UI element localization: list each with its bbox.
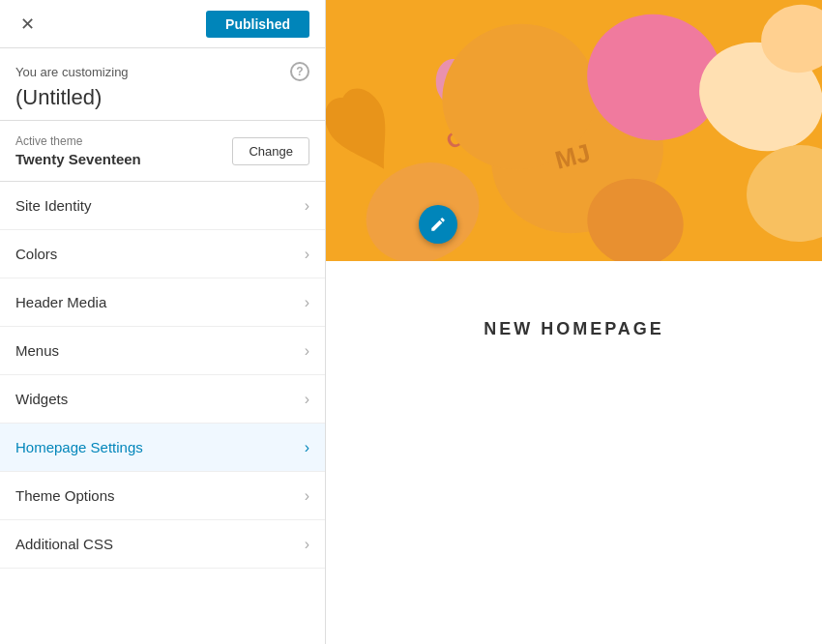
nav-item-label: Additional CSS <box>15 536 113 552</box>
chevron-icon: › <box>305 246 309 263</box>
candy-hearts-image: OI MJ <box>326 0 822 261</box>
nav-item-label: Header Media <box>15 294 106 310</box>
chevron-icon: › <box>305 342 309 360</box>
theme-info: Active theme Twenty Seventeen <box>15 134 141 167</box>
homepage-title: NEW HOMEPAGE <box>484 319 664 339</box>
customizer-sidebar: ✕ Published You are customizing ? (Untit… <box>0 0 326 644</box>
nav-item-label: Colors <box>15 246 57 262</box>
customizing-title: (Untitled) <box>15 85 309 110</box>
help-icon: ? <box>296 65 303 78</box>
edit-pencil-icon <box>429 216 447 233</box>
sidebar-header: ✕ Published <box>0 0 325 48</box>
chevron-icon: › <box>305 487 309 505</box>
customizing-row: You are customizing ? <box>15 62 309 81</box>
header-image: OI MJ <box>326 0 822 261</box>
customizing-label: You are customizing <box>15 65 129 79</box>
chevron-icon: › <box>305 197 309 215</box>
customizer-nav: Site Identity › Colors › Header Media › … <box>0 182 325 644</box>
preview-content: NEW HOMEPAGE <box>326 261 822 644</box>
close-button[interactable]: ✕ <box>15 13 39 36</box>
nav-item-label: Menus <box>15 342 59 359</box>
nav-item-label: Homepage Settings <box>15 439 143 455</box>
nav-item-homepage-settings[interactable]: Homepage Settings › <box>0 424 325 472</box>
customizing-section: You are customizing ? (Untitled) <box>0 48 325 121</box>
nav-item-site-identity[interactable]: Site Identity › <box>0 182 325 230</box>
nav-item-theme-options[interactable]: Theme Options › <box>0 472 325 520</box>
nav-item-label: Widgets <box>15 391 68 407</box>
nav-item-label: Theme Options <box>15 487 115 504</box>
chevron-icon: › <box>305 391 309 408</box>
preview-area: OI MJ NEW HOMEPAGE <box>326 0 822 644</box>
nav-item-label: Site Identity <box>15 197 91 214</box>
nav-item-colors[interactable]: Colors › <box>0 230 325 278</box>
nav-item-widgets[interactable]: Widgets › <box>0 375 325 424</box>
nav-item-header-media[interactable]: Header Media › <box>0 278 325 327</box>
theme-label: Active theme <box>15 134 141 148</box>
change-theme-button[interactable]: Change <box>232 137 309 165</box>
nav-item-menus[interactable]: Menus › <box>0 327 325 375</box>
chevron-icon: › <box>305 439 309 456</box>
published-button[interactable]: Published <box>206 11 309 38</box>
theme-section: Active theme Twenty Seventeen Change <box>0 121 325 182</box>
nav-item-additional-css[interactable]: Additional CSS › <box>0 520 325 569</box>
chevron-icon: › <box>305 294 309 311</box>
help-button[interactable]: ? <box>290 62 309 81</box>
edit-header-button[interactable] <box>419 205 457 244</box>
theme-name: Twenty Seventeen <box>15 151 141 167</box>
chevron-icon: › <box>305 536 309 553</box>
close-icon: ✕ <box>20 14 35 35</box>
